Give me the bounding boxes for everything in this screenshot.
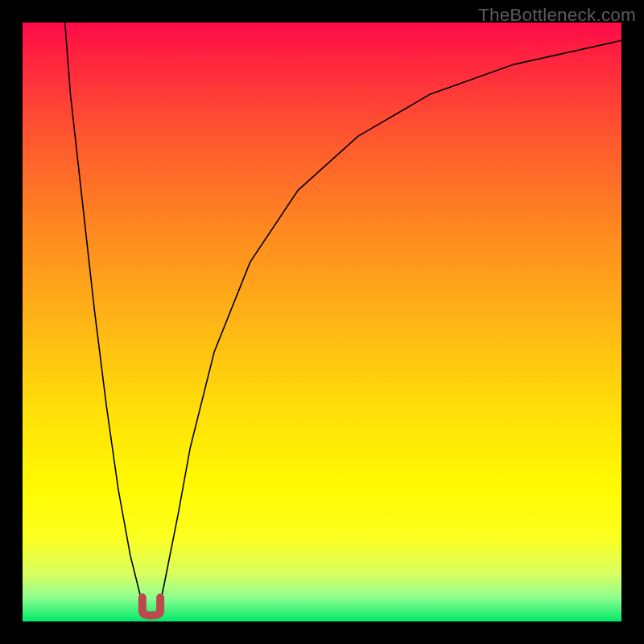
bottleneck-curve: [64, 17, 621, 616]
chart-plot-area: [23, 23, 621, 621]
watermark-text: TheBottleneck.com: [478, 5, 636, 26]
optimal-band-marker: [142, 597, 160, 615]
chart-svg: [23, 23, 621, 621]
